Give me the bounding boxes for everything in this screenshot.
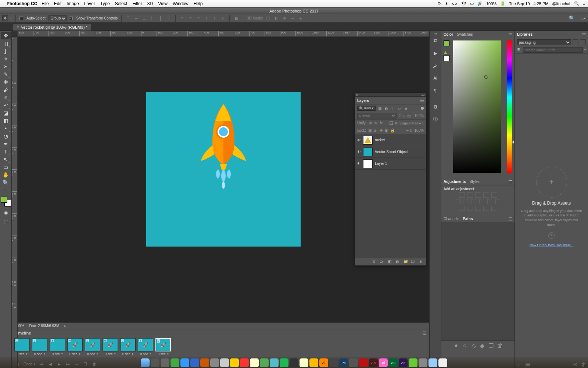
paths-body[interactable] [441,223,514,340]
distribute-right-icon[interactable]: ⦀ [220,15,226,21]
menu-edit[interactable]: Edit [54,1,62,6]
ruler-vertical[interactable]: 001 0 02 0 03 0 04 0 05 0 06 0 07 0 08 0… [12,37,18,368]
code-icon[interactable]: < > [452,1,458,6]
lock-position-icon[interactable]: ✥ [380,128,383,132]
swatches-tab[interactable]: Swatches [457,32,473,36]
filter-adjustment-icon[interactable]: ◐ [384,106,389,111]
blur-tool[interactable]: ⦁ [1,124,11,132]
dock-indesign[interactable]: Id [379,358,388,367]
distribute-bottom-icon[interactable]: ≡ [196,15,201,21]
styles-tab[interactable]: Styles [470,180,480,184]
timeline-frame[interactable]: 9🚀0 sec.▾ [155,338,171,356]
lasso-tool[interactable]: ʆ [1,47,11,55]
filter-kind-dropdown[interactable]: 🔍 Kind ▾ [357,106,376,111]
selectivecolor-adj-icon[interactable] [491,206,497,211]
lock-transparent-icon[interactable]: ▦ [368,128,372,132]
magic-wand-tool[interactable]: ✧ [1,55,11,63]
fill-path-icon[interactable]: ● [455,342,459,347]
list-view-icon[interactable] [580,39,586,45]
align-right-icon[interactable]: ▕ [166,15,172,21]
filter-shape-icon[interactable]: ▱ [397,106,402,111]
volume-icon[interactable]: 🔊 [477,1,483,6]
dock-app[interactable] [349,358,358,367]
channelmixer-adj-icon[interactable] [487,199,493,204]
menu-3d[interactable]: 3D [147,1,153,6]
dock-photoshop[interactable]: Ps [339,358,348,367]
photofilter-adj-icon[interactable] [479,199,485,204]
3d-zoom-icon[interactable]: ■ [298,15,304,21]
dock-app[interactable] [200,358,209,367]
shape-tool[interactable]: ▭ [1,163,11,171]
timeline-frame[interactable]: 6🚀0 sec.▾ [102,338,118,356]
bw-adj-icon[interactable] [471,199,477,204]
delete-path-icon[interactable]: 🗑 [497,342,502,347]
hue-slider[interactable] [507,40,512,173]
history-panel-icon[interactable]: ⧉ [432,37,439,44]
layer-row[interactable]: 👁 Layer 1 [355,158,426,170]
brush-panel-icon[interactable]: 🖌 [432,62,439,69]
menu-window[interactable]: Window [173,1,189,6]
eyedropper-tool[interactable]: ✎ [1,70,11,78]
visibility-icon[interactable]: 👁 [356,138,361,142]
dock-spotify[interactable] [280,358,288,367]
dock-app[interactable] [171,358,179,367]
fill-value[interactable]: 100% [414,128,424,132]
ruler-horizontal[interactable]: 8007006005004003002001000100200300400500… [18,31,429,37]
filter-toggle-icon[interactable] [421,107,424,110]
color-field[interactable] [453,40,501,173]
dock-animate[interactable]: An [369,358,378,367]
menu-type[interactable]: Type [100,1,110,6]
stamp-tool[interactable]: ⎌ [1,93,11,101]
align-top-icon[interactable]: ⎺ [125,15,131,21]
layers-tab[interactable]: Layers [357,99,369,103]
add-asset-icon[interactable]: + [536,167,567,198]
color-bg-swatch[interactable] [444,55,449,61]
close-tab-icon[interactable]: × [17,25,19,29]
pen-tool[interactable]: ✒ [1,140,11,148]
filter-type-icon[interactable]: T [390,106,395,111]
dock-app[interactable] [260,358,269,367]
brightness-adj-icon[interactable] [459,192,465,198]
adjustments-tab[interactable]: Adjustments [444,180,466,184]
dock-app[interactable] [230,358,239,367]
document-tab[interactable]: × vector rocket gif @ 100% (RGB/8#) * [13,24,91,31]
hue-adj-icon[interactable] [455,199,461,204]
eraser-tool[interactable]: ◪ [1,109,11,117]
help-icon[interactable]: ? [548,232,555,239]
timeline-menu-icon[interactable] [423,332,426,335]
dock-trash[interactable] [438,358,447,367]
layer-thumb[interactable] [363,136,373,145]
character-panel-icon[interactable]: A| [432,74,439,82]
brush-tool[interactable]: 🖌 [1,86,11,93]
curves-adj-icon[interactable] [475,192,481,198]
dock-settings[interactable] [151,358,159,367]
show-transform-checkbox[interactable] [69,17,73,20]
layer-name[interactable]: Vector Smart Object [375,150,424,154]
adjustments-panel-menu-icon[interactable] [509,180,512,183]
menu-select[interactable]: Select [115,1,127,6]
exposure-adj-icon[interactable] [483,192,489,198]
layer-thumb[interactable] [363,159,373,168]
menubar-date[interactable]: Tue Sep 19 [509,1,530,6]
wifi-icon[interactable] [461,1,466,6]
search-flyout-icon[interactable]: ▾ [584,48,586,52]
distribute-hcenter-icon[interactable]: ⦀ [212,15,218,21]
paths-tab[interactable]: Paths [463,217,473,221]
dock-app[interactable] [210,358,219,367]
vibrance-adj-icon[interactable] [491,192,497,198]
libraries-tab[interactable]: Libraries [517,32,533,36]
dock-app[interactable] [409,358,417,367]
library-select[interactable]: packaging [517,39,571,45]
layer-row[interactable]: 👁 Vector Smart Object [355,146,426,158]
opacity-value[interactable]: 100% [414,114,424,118]
layer-list-empty[interactable] [355,170,426,258]
adjustment-layer-icon[interactable]: ◐ [396,259,401,264]
layers-panel-grip[interactable]: × ◂◂ [355,93,426,97]
load-selection-icon[interactable]: ◇ [472,342,476,347]
3d-pan-icon[interactable]: ✥ [282,15,287,21]
timeline-frame[interactable]: 5🚀0 sec.▾ [85,338,101,356]
marquee-tool[interactable]: ◫ [1,39,11,47]
menu-file[interactable]: File [42,1,49,6]
posterize-adj-icon[interactable] [467,206,473,211]
invert-adj-icon[interactable] [459,206,465,211]
